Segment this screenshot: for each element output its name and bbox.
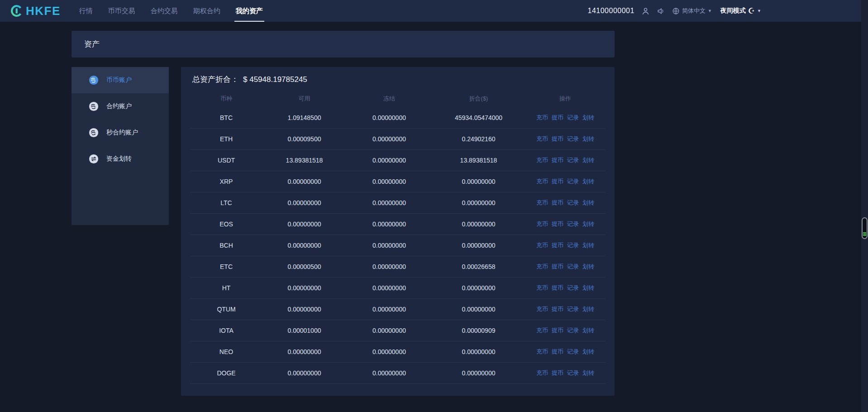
- transfer-link[interactable]: 划转: [582, 220, 594, 228]
- theme-selector[interactable]: 夜间模式 ☪ ▼: [720, 7, 761, 15]
- converted-cell: 0.00000000: [432, 242, 525, 249]
- user-icon[interactable]: [641, 7, 650, 15]
- deposit-link[interactable]: 充币: [536, 220, 548, 228]
- scrollbar-track[interactable]: [861, 0, 868, 412]
- withdraw-link[interactable]: 提币: [552, 177, 563, 186]
- available-cell: 0.00000500: [262, 263, 346, 270]
- withdraw-link[interactable]: 提币: [552, 199, 563, 207]
- withdraw-link[interactable]: 提币: [552, 220, 563, 228]
- speaker-icon[interactable]: [657, 7, 665, 15]
- transfer-link[interactable]: 划转: [582, 199, 594, 207]
- available-cell: 1.09148500: [262, 114, 346, 121]
- withdraw-link[interactable]: 提币: [552, 348, 563, 356]
- available-cell: 0.00000000: [262, 306, 346, 313]
- total-assets-value: $ 45948.19785245: [243, 75, 307, 84]
- withdraw-link[interactable]: 提币: [552, 241, 563, 249]
- logo[interactable]: HKFE: [10, 4, 61, 18]
- transfer-link[interactable]: 划转: [582, 135, 594, 143]
- records-link[interactable]: 记录: [567, 135, 579, 143]
- withdraw-link[interactable]: 提币: [552, 135, 563, 143]
- records-link[interactable]: 记录: [567, 241, 579, 249]
- available-cell: 0.00000000: [262, 199, 346, 206]
- nav-item-options-contract[interactable]: 期权合约: [186, 0, 228, 22]
- records-link[interactable]: 记录: [567, 199, 579, 207]
- nav-item-my-assets[interactable]: 我的资产: [228, 0, 271, 22]
- records-link[interactable]: 记录: [567, 369, 579, 377]
- coin-cell: EOS: [190, 220, 262, 228]
- transfer-link[interactable]: 划转: [582, 348, 594, 356]
- coin-cell: ETC: [190, 263, 262, 270]
- actions-cell: 充币提币记录划转: [525, 114, 606, 122]
- records-link[interactable]: 记录: [567, 220, 579, 228]
- frozen-cell: 0.00000000: [346, 306, 432, 313]
- account-id[interactable]: 14100000001: [588, 7, 634, 15]
- deposit-link[interactable]: 充币: [536, 199, 548, 207]
- records-link[interactable]: 记录: [567, 177, 579, 186]
- withdraw-link[interactable]: 提币: [552, 284, 563, 292]
- deposit-link[interactable]: 充币: [536, 177, 548, 186]
- available-cell: 0.00001000: [262, 327, 346, 334]
- coin-cell: ETH: [190, 135, 262, 143]
- table-row: USDT 13.89381518 0.00000000 13.89381518 …: [190, 150, 606, 171]
- table-row: NEO 0.00000000 0.00000000 0.00000000 充币提…: [190, 341, 606, 363]
- records-link[interactable]: 记录: [567, 156, 579, 164]
- transfer-link[interactable]: 划转: [582, 177, 594, 186]
- records-link[interactable]: 记录: [567, 263, 579, 271]
- transfer-link[interactable]: 划转: [582, 284, 594, 292]
- withdraw-link[interactable]: 提币: [552, 326, 563, 335]
- content-area: 币币账户 合约账户 秒合约账户: [72, 67, 615, 396]
- converted-cell: 0.00026658: [432, 263, 525, 270]
- withdraw-link[interactable]: 提币: [552, 114, 563, 122]
- withdraw-link[interactable]: 提币: [552, 156, 563, 164]
- deposit-link[interactable]: 充币: [536, 326, 548, 335]
- deposit-link[interactable]: 充币: [536, 348, 548, 356]
- transfer-link[interactable]: 划转: [582, 326, 594, 335]
- actions-cell: 充币提币记录划转: [525, 199, 606, 207]
- theme-label: 夜间模式: [720, 7, 746, 15]
- coin-cell: LTC: [190, 199, 262, 206]
- language-selector[interactable]: 简体中文 ▼: [672, 7, 712, 15]
- transfer-link[interactable]: 划转: [582, 156, 594, 164]
- records-link[interactable]: 记录: [567, 114, 579, 122]
- transfer-link[interactable]: 划转: [582, 305, 594, 313]
- deposit-link[interactable]: 充币: [536, 284, 548, 292]
- records-link[interactable]: 记录: [567, 326, 579, 335]
- sidebar-item-fund-transfer[interactable]: 资金划转: [72, 146, 169, 172]
- actions-cell: 充币提币记录划转: [525, 348, 606, 356]
- coin-cell: QTUM: [190, 306, 262, 313]
- coin-cell: BCH: [190, 242, 262, 249]
- table-row: DOGE 0.00000000 0.00000000 0.00000000 充币…: [190, 363, 606, 384]
- deposit-link[interactable]: 充币: [536, 369, 548, 377]
- nav-item-label: 期权合约: [193, 7, 220, 15]
- converted-cell: 0.24902160: [432, 135, 525, 143]
- transfer-link[interactable]: 划转: [582, 241, 594, 249]
- deposit-link[interactable]: 充币: [536, 263, 548, 271]
- converted-cell: 0.00000000: [432, 284, 525, 292]
- transfer-link[interactable]: 划转: [582, 263, 594, 271]
- nav-item-contract-trade[interactable]: 合约交易: [143, 0, 186, 22]
- coin-cell: USDT: [190, 157, 262, 164]
- records-link[interactable]: 记录: [567, 305, 579, 313]
- sidebar-item-spot-account[interactable]: 币币账户: [72, 67, 169, 93]
- nav-item-spot-trade[interactable]: 币币交易: [100, 0, 143, 22]
- deposit-link[interactable]: 充币: [536, 135, 548, 143]
- records-link[interactable]: 记录: [567, 284, 579, 292]
- sidebar-item-seconds-contract-account[interactable]: 秒合约账户: [72, 120, 169, 146]
- header-frozen: 冻结: [346, 95, 432, 103]
- deposit-link[interactable]: 充币: [536, 241, 548, 249]
- withdraw-link[interactable]: 提币: [552, 369, 563, 377]
- coin-cell: HT: [190, 284, 262, 292]
- deposit-link[interactable]: 充币: [536, 114, 548, 122]
- records-link[interactable]: 记录: [567, 348, 579, 356]
- transfer-link[interactable]: 划转: [582, 369, 594, 377]
- deposit-link[interactable]: 充币: [536, 305, 548, 313]
- total-assets-label: 总资产折合：: [192, 74, 238, 85]
- transfer-link[interactable]: 划转: [582, 114, 594, 122]
- deposit-link[interactable]: 充币: [536, 156, 548, 164]
- caret-down-icon: ▼: [708, 9, 712, 13]
- scrollbar-thumb[interactable]: [862, 217, 868, 239]
- withdraw-link[interactable]: 提币: [552, 263, 563, 271]
- nav-item-markets[interactable]: 行情: [72, 0, 100, 22]
- withdraw-link[interactable]: 提币: [552, 305, 563, 313]
- sidebar-item-contract-account[interactable]: 合约账户: [72, 93, 169, 120]
